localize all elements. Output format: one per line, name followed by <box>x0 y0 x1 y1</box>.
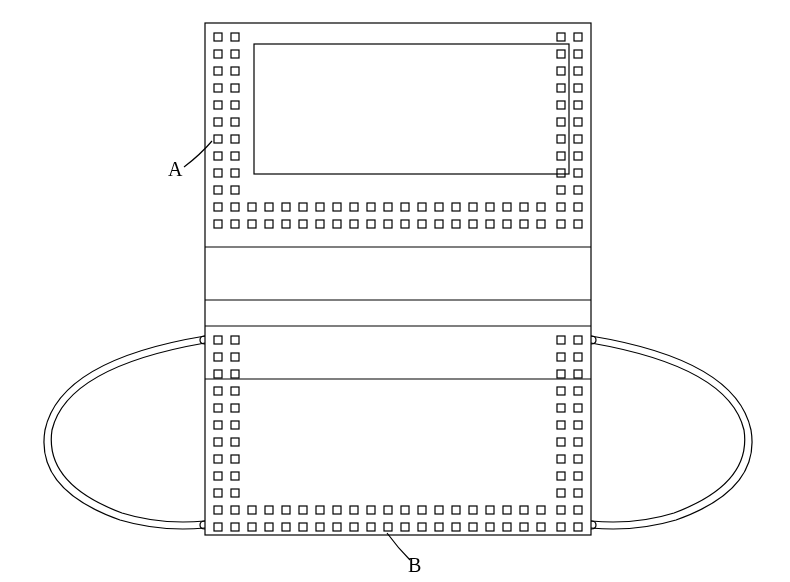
svg-rect-144 <box>557 506 565 514</box>
svg-rect-80 <box>520 220 528 228</box>
svg-rect-100 <box>214 472 222 480</box>
svg-rect-0 <box>214 33 222 41</box>
svg-rect-23 <box>574 50 582 58</box>
svg-rect-93 <box>231 404 239 412</box>
svg-rect-165 <box>537 523 545 531</box>
svg-rect-135 <box>401 506 409 514</box>
svg-rect-128 <box>282 506 290 514</box>
svg-rect-51 <box>401 203 409 211</box>
svg-rect-14 <box>214 152 222 160</box>
svg-rect-1 <box>231 33 239 41</box>
svg-rect-94 <box>214 421 222 429</box>
svg-rect-132 <box>350 506 358 514</box>
svg-rect-24 <box>557 67 565 75</box>
svg-rect-109 <box>574 370 582 378</box>
svg-rect-70 <box>350 220 358 228</box>
svg-rect-136 <box>418 506 426 514</box>
svg-rect-46 <box>316 203 324 211</box>
svg-rect-164 <box>520 523 528 531</box>
svg-rect-66 <box>282 220 290 228</box>
svg-rect-36 <box>557 169 565 177</box>
svg-rect-61 <box>574 203 582 211</box>
svg-rect-87 <box>231 353 239 361</box>
svg-rect-68 <box>316 220 324 228</box>
svg-rect-160 <box>452 523 460 531</box>
svg-rect-26 <box>557 84 565 92</box>
svg-rect-139 <box>469 506 477 514</box>
svg-rect-11 <box>231 118 239 126</box>
svg-rect-140 <box>486 506 494 514</box>
svg-rect-101 <box>231 472 239 480</box>
svg-rect-146 <box>214 523 222 531</box>
svg-rect-33 <box>574 135 582 143</box>
svg-rect-143 <box>537 506 545 514</box>
svg-rect-16 <box>214 169 222 177</box>
svg-rect-73 <box>401 220 409 228</box>
svg-rect-55 <box>469 203 477 211</box>
svg-rect-56 <box>486 203 494 211</box>
svg-rect-41 <box>231 203 239 211</box>
svg-rect-35 <box>574 152 582 160</box>
svg-rect-145 <box>574 506 582 514</box>
svg-rect-19 <box>231 186 239 194</box>
svg-rect-31 <box>574 118 582 126</box>
svg-rect-54 <box>452 203 460 211</box>
svg-rect-47 <box>333 203 341 211</box>
svg-rect-4 <box>214 67 222 75</box>
svg-rect-141 <box>503 506 511 514</box>
leader-a <box>184 141 212 167</box>
svg-rect-63 <box>231 220 239 228</box>
svg-rect-153 <box>333 523 341 531</box>
svg-rect-7 <box>231 84 239 92</box>
svg-rect-110 <box>557 387 565 395</box>
svg-rect-123 <box>574 489 582 497</box>
diagram-canvas: A B <box>0 0 790 582</box>
svg-rect-32 <box>557 135 565 143</box>
svg-rect-104 <box>557 336 565 344</box>
svg-rect-138 <box>452 506 460 514</box>
svg-rect-125 <box>231 506 239 514</box>
svg-rect-99 <box>231 455 239 463</box>
svg-rect-37 <box>574 169 582 177</box>
svg-rect-77 <box>469 220 477 228</box>
svg-rect-71 <box>367 220 375 228</box>
ear-loop-left <box>44 336 205 529</box>
svg-rect-25 <box>574 67 582 75</box>
svg-rect-116 <box>557 438 565 446</box>
svg-rect-76 <box>452 220 460 228</box>
svg-rect-150 <box>282 523 290 531</box>
svg-rect-59 <box>537 203 545 211</box>
svg-rect-117 <box>574 438 582 446</box>
svg-rect-127 <box>265 506 273 514</box>
svg-rect-86 <box>214 353 222 361</box>
svg-rect-111 <box>574 387 582 395</box>
svg-rect-64 <box>248 220 256 228</box>
svg-rect-10 <box>214 118 222 126</box>
svg-rect-133 <box>367 506 375 514</box>
svg-rect-5 <box>231 67 239 75</box>
svg-rect-156 <box>384 523 392 531</box>
label-a: A <box>168 158 182 181</box>
label-b: B <box>408 554 421 577</box>
window-rect <box>254 44 569 174</box>
svg-rect-158 <box>418 523 426 531</box>
weld-squares-bottom-bottom-rows <box>214 506 582 531</box>
svg-rect-113 <box>574 404 582 412</box>
svg-rect-3 <box>231 50 239 58</box>
svg-rect-78 <box>486 220 494 228</box>
svg-rect-89 <box>231 370 239 378</box>
svg-rect-126 <box>248 506 256 514</box>
svg-rect-147 <box>231 523 239 531</box>
svg-rect-27 <box>574 84 582 92</box>
svg-rect-129 <box>299 506 307 514</box>
svg-rect-151 <box>299 523 307 531</box>
svg-rect-39 <box>574 186 582 194</box>
weld-squares-bottom-right-cols <box>557 336 582 497</box>
svg-rect-121 <box>574 472 582 480</box>
svg-rect-137 <box>435 506 443 514</box>
svg-rect-114 <box>557 421 565 429</box>
svg-rect-44 <box>282 203 290 211</box>
svg-rect-84 <box>214 336 222 344</box>
svg-rect-74 <box>418 220 426 228</box>
svg-rect-52 <box>418 203 426 211</box>
